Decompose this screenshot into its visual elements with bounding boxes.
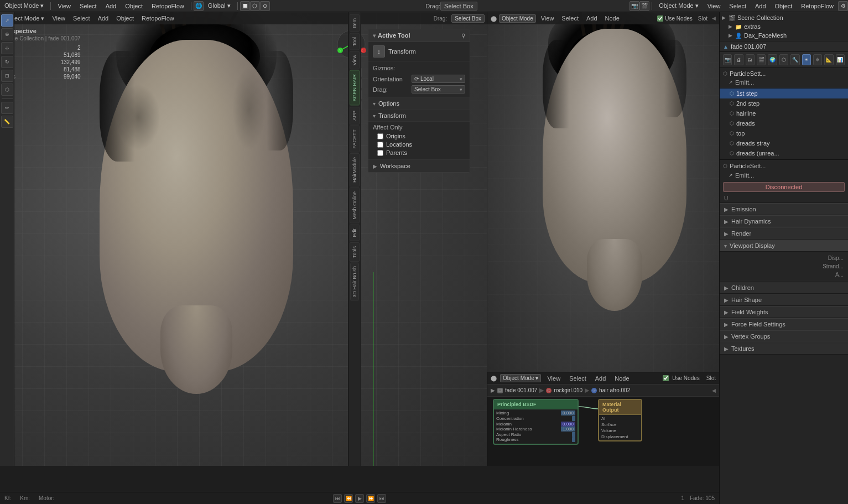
menu-select-right[interactable]: Select <box>725 2 751 11</box>
tab-edit[interactable]: Edit <box>350 225 360 241</box>
breadcrumb-expand[interactable]: ▶ <box>491 387 495 393</box>
menu-add-left[interactable]: Add <box>101 2 121 11</box>
scene-icon[interactable]: 🎬 <box>639 1 649 11</box>
parents-checkbox[interactable] <box>377 150 383 156</box>
disconnected-button[interactable]: Disconnected <box>723 182 845 192</box>
menu-add-right[interactable]: Add <box>751 2 771 11</box>
prev-frame-btn[interactable]: ⏪ <box>344 494 353 503</box>
textures-header[interactable]: ▶ Textures <box>720 342 848 355</box>
scale-tool[interactable]: ⊡ <box>1 70 13 82</box>
menu-object-mode-right[interactable]: Object Mode ▾ <box>654 1 703 11</box>
next-frame-btn[interactable]: ⏩ <box>366 494 375 503</box>
drag-select-box[interactable]: Select Box <box>440 2 477 11</box>
vp-select[interactable]: Select <box>70 14 93 23</box>
breadcrumb-fade[interactable]: fade 001.007 <box>505 387 537 393</box>
vp-view[interactable]: View <box>49 14 68 23</box>
right-viewport[interactable]: ⬤ Object Mode View Select Add Node Use N… <box>487 12 719 372</box>
rotate-tool[interactable]: ↻ <box>1 56 13 68</box>
global-label[interactable]: Global ▾ <box>204 1 235 11</box>
menu-select-left[interactable]: Select <box>75 2 101 11</box>
transform-tool[interactable]: ⬡ <box>1 84 13 96</box>
drag-selectbox-vp[interactable]: Select Box <box>451 14 485 23</box>
tab-mesh-online[interactable]: Mesh Online <box>350 188 360 224</box>
transform-sub-header[interactable]: ▾ Transform <box>368 110 470 122</box>
tab-facett[interactable]: FACETT <box>350 126 360 153</box>
field-weights-header[interactable]: ▶ Field Weights <box>720 306 848 318</box>
hair-dynamics-header[interactable]: ▶ Hair Dynamics <box>720 215 848 227</box>
render-section-header[interactable]: ▶ Render <box>720 227 848 240</box>
vertex-groups-header[interactable]: ▶ Vertex Groups <box>720 330 848 342</box>
step-top[interactable]: ⬡ top <box>720 128 848 138</box>
principled-bsdf-node[interactable]: Principled BSDF Mixing0.000 Concentratio… <box>493 399 579 445</box>
skip-start-btn[interactable]: ⏮ <box>333 494 342 503</box>
node-node[interactable]: Node <box>612 374 632 383</box>
right-vp-view[interactable]: View <box>538 14 557 23</box>
physics-icon[interactable]: ⚛ <box>813 54 822 65</box>
viewport-display-header[interactable]: ▾ Viewport Display <box>720 240 848 252</box>
tool-pin-btn[interactable]: ⚲ <box>461 33 465 39</box>
force-field-header[interactable]: ▶ Force Field Settings <box>720 318 848 330</box>
menu-object-right[interactable]: Object <box>771 2 797 11</box>
drag-select[interactable]: Select Box ▾ <box>412 85 465 93</box>
material-output-node[interactable]: Material Output Al Surface Volume Displa… <box>598 399 642 441</box>
move-tool[interactable]: ⊹ <box>1 42 13 54</box>
step-dreads[interactable]: ⬡ dreads <box>720 118 848 128</box>
cursor-tool[interactable]: ⊕ <box>1 28 13 40</box>
node-use-nodes-cb[interactable] <box>663 375 669 381</box>
particle-icon[interactable]: ✴ <box>802 54 811 65</box>
data-icon[interactable]: 📊 <box>836 54 845 65</box>
snap-icon[interactable]: 🔲 <box>240 1 250 11</box>
scene-props-icon2[interactable]: 🎬 <box>757 54 766 65</box>
breadcrumb-collapse[interactable]: ◀ <box>712 388 716 393</box>
tab-bgen-hair[interactable]: BGEN HAIR <box>350 70 360 106</box>
proportional-icon[interactable]: ⊙ <box>260 1 270 11</box>
right-vp-select[interactable]: Select <box>559 14 581 23</box>
right-object-mode[interactable]: Object Mode <box>499 14 536 23</box>
vp-object[interactable]: Object <box>113 14 137 23</box>
object-props-icon[interactable]: ⬡ <box>779 54 788 65</box>
tab-tool[interactable]: Tool <box>350 33 360 50</box>
right-vp-node[interactable]: Node <box>602 14 622 23</box>
global-icon[interactable]: 🌐 <box>194 1 204 11</box>
node-view[interactable]: View <box>544 374 563 383</box>
tab-item[interactable]: Item <box>350 14 360 32</box>
world-props-icon[interactable]: 🌍 <box>768 54 777 65</box>
node-canvas[interactable]: Principled BSDF Mixing0.000 Concentratio… <box>487 397 719 466</box>
annotate-tool[interactable]: ✏ <box>1 102 13 114</box>
select-tool[interactable]: ↗ <box>1 14 13 27</box>
use-nodes-checkbox[interactable] <box>657 15 663 22</box>
emission-section-header[interactable]: ▶ Emission <box>720 203 848 215</box>
breadcrumb-hair[interactable]: hair afro.002 <box>599 387 630 393</box>
node-editor[interactable]: ⬤ Object Mode ▾ View Select Add Node Use… <box>487 372 719 466</box>
node-select[interactable]: Select <box>566 374 589 383</box>
node-add[interactable]: Add <box>592 374 609 383</box>
tab-app[interactable]: APP <box>350 107 360 124</box>
magnet-icon[interactable]: ⬡ <box>250 1 260 11</box>
workspace-section[interactable]: ▶ Workspace <box>368 159 470 172</box>
options-header[interactable]: ▾ Options <box>368 97 470 110</box>
locations-checkbox[interactable] <box>377 142 383 148</box>
tab-hairmodule[interactable]: HairModule <box>350 153 360 186</box>
menu-object-mode[interactable]: Object Mode ▾ <box>0 1 48 11</box>
tab-3d-hair-brush[interactable]: 3D Hair Brush <box>350 263 359 301</box>
children-header[interactable]: ▶ Children <box>720 282 848 294</box>
menu-object-left[interactable]: Object <box>121 2 147 11</box>
main-viewport[interactable]: Object Mode ▾ View Select Add Object Ret… <box>0 12 487 466</box>
view-layer-icon[interactable]: 🗂 <box>746 54 755 65</box>
vp-add[interactable]: Add <box>95 14 112 23</box>
play-btn[interactable]: ▶ <box>355 494 364 503</box>
right-vp-add[interactable]: Add <box>584 14 600 23</box>
menu-retopoflow-left[interactable]: RetopoFlow <box>147 2 189 11</box>
output-props-icon[interactable]: 🖨 <box>734 54 743 65</box>
step-dreads-stray[interactable]: ⬡ dreads stray <box>720 138 848 148</box>
menu-view-right[interactable]: View <box>703 2 725 11</box>
menu-retopoflow-right[interactable]: RetopoFlow <box>797 2 838 11</box>
skip-end-btn[interactable]: ⏭ <box>377 494 386 503</box>
vp-retopoflow[interactable]: RetopoFlow <box>139 14 177 23</box>
breadcrumb-rockgirl[interactable]: rockgirl.010 <box>554 387 582 393</box>
outliner-extras[interactable]: ▶ 📁 extras <box>720 22 848 31</box>
step-dreads-unrea[interactable]: ⬡ dreads (unrea... <box>720 148 848 158</box>
modifier-icon[interactable]: 🔧 <box>790 54 799 65</box>
render-icon[interactable]: 📷 <box>630 1 639 11</box>
orientation-select[interactable]: ⟳ Local ▾ <box>412 75 465 83</box>
